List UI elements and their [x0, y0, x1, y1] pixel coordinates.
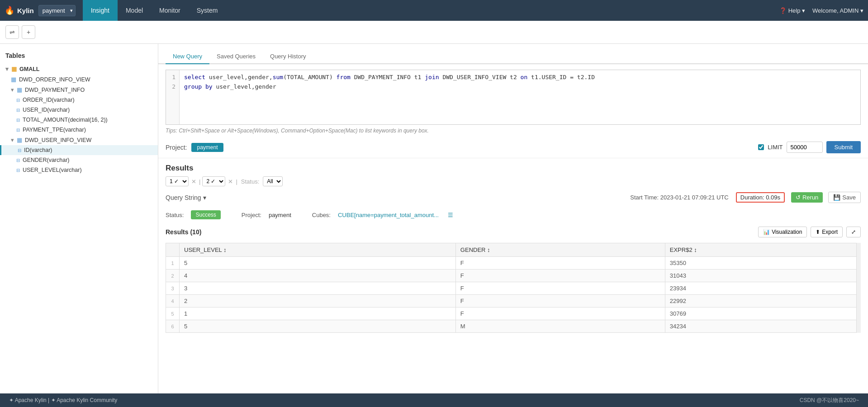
limit-checkbox[interactable] — [758, 144, 764, 150]
tree-label: DWD_USER_INFO_VIEW — [25, 137, 91, 143]
tree-item-total-amount[interactable]: ⊟ TOTAL_AMOUNT(decimal(16, 2)) — [0, 115, 158, 125]
status-label: Status: — [166, 212, 184, 218]
sidebar-title: Tables — [0, 49, 158, 64]
table-cell: F — [455, 282, 665, 295]
page-select-1[interactable]: 1 ✓ — [166, 176, 189, 186]
submit-button[interactable]: Submit — [826, 141, 861, 153]
tree-item-dwd-payment[interactable]: ▾ ▦ DWD_PAYMENT_INFO — [0, 85, 158, 95]
tree-item-gmall[interactable]: ▾ ▦ GMALL — [0, 64, 158, 74]
project-selector-wrapper[interactable]: payment — [38, 5, 76, 16]
duration-badge: Duration: 0.09s — [736, 192, 785, 203]
start-time-label: Start Time: 2023-01-21 07:09:21 UTC — [630, 194, 729, 201]
tree-item-user-level[interactable]: ⊟ USER_LEVEL(varchar) — [0, 165, 158, 175]
main-layout: Tables ▾ ▦ GMALL ▦ DWD_ORDER_INFO_VIEW ▾… — [0, 44, 868, 407]
save-button[interactable]: 💾 Save — [828, 192, 861, 203]
cubes-value[interactable]: CUBE[name=payment_total_amount... — [338, 212, 439, 218]
rerun-icon: ↺ — [796, 194, 801, 201]
save-label: Save — [842, 194, 856, 201]
project-label: Project: — [166, 144, 187, 151]
footer: ✦ Apache Kylin | ✦ Apache Kylin Communit… — [0, 393, 868, 407]
tree-item-order-id[interactable]: ⊟ ORDER_ID(varchar) — [0, 95, 158, 105]
col-icon: ⊟ — [16, 158, 20, 163]
tree-label: USER_LEVEL(varchar) — [23, 167, 82, 173]
tree-item-payment-tpe[interactable]: ⊟ PAYMENT_TPE(varchar) — [0, 125, 158, 135]
project-row: Project: payment LIMIT Submit — [158, 137, 868, 158]
col-header-rownum — [166, 243, 180, 257]
nav-tab-model[interactable]: Model — [118, 0, 151, 21]
tab-query-history[interactable]: Query History — [263, 49, 313, 64]
row-num: 1 — [166, 257, 180, 270]
results-section: Results 1 ✓ ✕ | 2 ✓ ✕ | Status: All — [158, 158, 868, 333]
export-button[interactable]: ⬆ Export — [811, 227, 843, 237]
cubes-label: Cubes: — [312, 212, 331, 218]
tab-new-query[interactable]: New Query — [166, 49, 209, 64]
col-icon: ⊟ — [16, 128, 20, 133]
col-header-user-level[interactable]: USER_LEVEL ↕ — [180, 243, 456, 257]
add-button[interactable]: + — [22, 25, 35, 39]
table-cell: 23934 — [665, 282, 860, 295]
rerun-button[interactable]: ↺ Rerun — [791, 192, 823, 203]
flame-icon: 🔥 — [5, 5, 14, 15]
export-label: Export — [822, 229, 838, 235]
table-container[interactable]: USER_LEVEL ↕ GENDER ↕ EXPR$2 ↕ 15F353502… — [166, 243, 861, 333]
query-editor[interactable]: 1 2 select user_level,gender,sum(TOTAL_A… — [166, 70, 861, 125]
visualization-button[interactable]: 📊 Visualization — [758, 227, 807, 237]
welcome-link[interactable]: Welcome, ADMIN ▾ — [812, 7, 863, 14]
footer-right: CSDN @不以物喜2020~ — [800, 397, 859, 404]
project-selector[interactable]: payment — [38, 5, 76, 16]
row-num: 5 — [166, 308, 180, 320]
page-select-2[interactable]: 2 ✓ — [202, 176, 225, 186]
save-icon: 💾 — [833, 194, 840, 201]
table-cell: 5 — [180, 320, 456, 333]
tree-label: DWD_ORDER_INFO_VIEW — [19, 76, 90, 83]
query-string-row: Query String ▾ Start Time: 2023-01-21 07… — [166, 192, 861, 203]
scrollbar[interactable] — [856, 243, 861, 333]
brand: 🔥 Kylin — [5, 5, 34, 15]
nav-tab-system[interactable]: System — [189, 0, 226, 21]
table-cell: F — [455, 270, 665, 282]
editor-code[interactable]: select user_level,gender,sum(TOTAL_AMOUN… — [180, 70, 860, 124]
tree-item-gender[interactable]: ⊟ GENDER(varchar) — [0, 155, 158, 165]
row-num: 4 — [166, 295, 180, 308]
page-sep-2: | — [236, 178, 237, 185]
table-cell: F — [455, 308, 665, 320]
nav-tab-monitor[interactable]: Monitor — [151, 0, 189, 21]
project-info-value: payment — [269, 212, 291, 218]
expand-button[interactable]: ⤢ — [846, 227, 861, 237]
page-close-1[interactable]: ✕ — [190, 178, 197, 185]
share-icon: ⇌ — [9, 28, 15, 36]
toolbar: ⇌ + — [0, 21, 868, 44]
query-tabs: New Query Saved Queries Query History — [158, 44, 868, 64]
page-sep: | — [199, 178, 200, 185]
visualization-label: Visualization — [772, 229, 802, 235]
status-value: Success — [191, 210, 220, 219]
db-icon: ▦ — [11, 66, 17, 72]
status-filter-select[interactable]: All — [263, 176, 283, 186]
limit-input[interactable] — [787, 142, 823, 153]
col-header-expr2[interactable]: EXPR$2 ↕ — [665, 243, 860, 257]
expand-icon: ▾ — [11, 86, 14, 93]
tree-label: ID(varchar) — [24, 147, 52, 153]
page-close-2[interactable]: ✕ — [227, 178, 234, 185]
query-string-label: Query String — [166, 194, 201, 201]
tree-item-id[interactable]: ⊟ ID(varchar) — [0, 145, 158, 155]
table-cell: 5 — [180, 257, 456, 270]
sidebar: Tables ▾ ▦ GMALL ▦ DWD_ORDER_INFO_VIEW ▾… — [0, 44, 158, 407]
table-cell: 2 — [180, 295, 456, 308]
tab-saved-queries[interactable]: Saved Queries — [209, 49, 263, 64]
tree-item-dwd-order[interactable]: ▦ DWD_ORDER_INFO_VIEW — [0, 74, 158, 85]
share-button[interactable]: ⇌ — [5, 25, 19, 39]
content-area: New Query Saved Queries Query History 1 … — [158, 44, 868, 407]
col-icon: ⊟ — [18, 148, 21, 153]
tree-item-dwd-user[interactable]: ▾ ▦ DWD_USER_INFO_VIEW — [0, 135, 158, 145]
table-cell: 34234 — [665, 320, 860, 333]
col-header-gender[interactable]: GENDER ↕ — [455, 243, 665, 257]
query-string-toggle[interactable]: Query String ▾ — [166, 194, 206, 201]
help-link[interactable]: ❓ Help ▾ — [779, 7, 805, 14]
table-icon: ▦ — [17, 86, 22, 93]
tree-item-user-id[interactable]: ⊟ USER_ID(varchar) — [0, 105, 158, 115]
cube-list-icon[interactable]: ☰ — [448, 212, 453, 218]
nav-tab-insight[interactable]: Insight — [83, 0, 118, 21]
tree-label: DWD_PAYMENT_INFO — [25, 87, 85, 93]
tree-label: PAYMENT_TPE(varchar) — [23, 127, 86, 133]
